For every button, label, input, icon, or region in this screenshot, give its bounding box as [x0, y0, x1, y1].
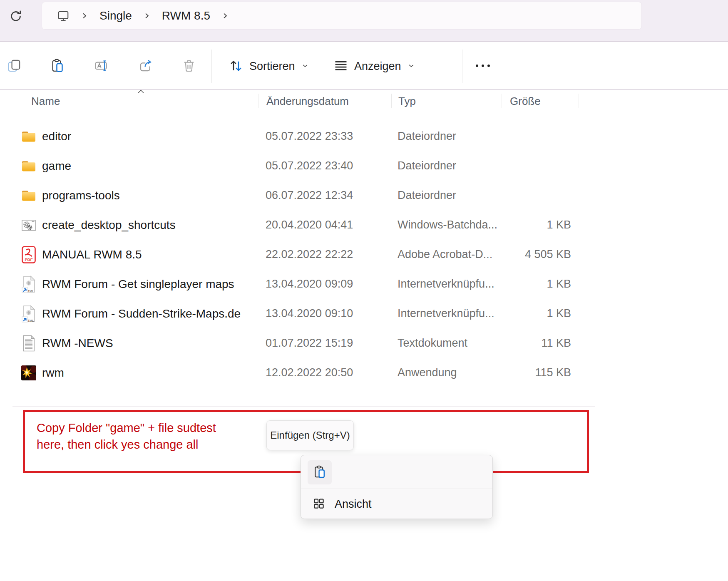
- file-row[interactable]: TML RWM Forum - Get singleplayer maps 13…: [0, 269, 728, 299]
- column-divider[interactable]: [391, 94, 392, 108]
- chevron-right-icon[interactable]: [143, 12, 151, 20]
- context-menu: Ansicht: [301, 455, 493, 519]
- column-header-size[interactable]: Größe: [510, 95, 541, 108]
- file-size: 115 KB: [502, 366, 571, 379]
- file-type: Internetverknüpfu...: [398, 278, 502, 290]
- file-row[interactable]: rwm 12.02.2022 20:50 Anwendung 115 KB: [0, 358, 728, 387]
- column-header-name[interactable]: Name: [31, 95, 60, 108]
- column-header-date[interactable]: Änderungsdatum: [266, 95, 349, 108]
- file-type: Windows-Batchda...: [398, 218, 502, 231]
- file-date: 13.04.2020 09:09: [266, 278, 398, 290]
- column-header-type[interactable]: Typ: [398, 95, 416, 108]
- batch-file-icon: [20, 218, 37, 232]
- file-row[interactable]: editor 05.07.2022 23:33 Dateiordner: [0, 122, 728, 151]
- ellipsis-icon: [474, 63, 492, 70]
- annotation-line-1: Copy Folder "game" + file sudtest: [37, 420, 216, 436]
- file-type: Textdokument: [398, 337, 502, 350]
- file-date: 05.07.2022 23:40: [266, 159, 398, 172]
- rename-button[interactable]: [90, 53, 113, 79]
- sort-button[interactable]: Sortieren: [228, 52, 310, 80]
- file-row[interactable]: game 05.07.2022 23:40 Dateiordner: [0, 151, 728, 181]
- file-row[interactable]: TML RWM Forum - Sudden-Strike-Maps.de 13…: [0, 299, 728, 328]
- file-date: 22.02.2022 22:22: [266, 248, 398, 261]
- file-size: 4 505 KB: [502, 248, 571, 261]
- folder-icon: [20, 189, 37, 202]
- toolbar-divider: [211, 50, 212, 83]
- view-button-label: Anzeigen: [354, 60, 401, 73]
- column-divider[interactable]: [579, 94, 579, 108]
- svg-text:PDF: PDF: [25, 257, 33, 262]
- file-date: 12.02.2022 20:50: [266, 366, 398, 379]
- internet-shortcut-icon: TML: [20, 305, 37, 323]
- context-menu-paste-button[interactable]: [308, 460, 332, 484]
- address-bar-area: Single RWM 8.5: [0, 0, 728, 42]
- grid-view-icon: [313, 497, 325, 511]
- copy-icon: [7, 58, 22, 74]
- file-name: RWM Forum - Get singleplayer maps: [42, 278, 234, 291]
- file-type: Adobe Acrobat-D...: [398, 248, 502, 261]
- column-divider[interactable]: [258, 94, 258, 108]
- file-row[interactable]: programs-tools 06.07.2022 12:34 Dateiord…: [0, 181, 728, 210]
- sort-ascending-icon: [137, 88, 144, 95]
- annotation-text: Copy Folder "game" + file sudtest here, …: [37, 420, 216, 453]
- refresh-button[interactable]: [7, 7, 25, 26]
- sort-icon: [228, 58, 244, 75]
- breadcrumb-item-single[interactable]: Single: [99, 9, 132, 22]
- paste-icon: [313, 465, 327, 480]
- this-pc-icon[interactable]: [57, 10, 70, 22]
- file-size: 11 KB: [502, 337, 571, 350]
- file-date: 20.04.2020 04:41: [266, 218, 398, 231]
- file-date: 06.07.2022 12:34: [266, 189, 398, 202]
- file-size: 1 KB: [502, 218, 571, 231]
- file-name: editor: [42, 130, 71, 143]
- pdf-icon: PDF: [20, 246, 37, 263]
- share-icon: [138, 58, 153, 74]
- share-button[interactable]: [134, 53, 157, 79]
- file-type: Dateiordner: [398, 159, 502, 172]
- file-name: RWM Forum - Sudden-Strike-Maps.de: [42, 307, 241, 320]
- file-name: RWM -NEWS: [42, 337, 113, 350]
- list-bottom-divider: [12, 406, 595, 407]
- file-name: game: [42, 159, 71, 173]
- context-menu-item-view-label: Ansicht: [335, 498, 372, 511]
- file-size: 1 KB: [502, 307, 571, 320]
- view-list-icon: [333, 58, 349, 75]
- sort-button-label: Sortieren: [249, 60, 295, 73]
- view-button[interactable]: Anzeigen: [333, 52, 416, 80]
- file-name: rwm: [42, 366, 64, 380]
- command-toolbar: Sortieren Anzeigen: [0, 43, 728, 90]
- chevron-right-icon[interactable]: [80, 12, 89, 20]
- svg-text:TML: TML: [28, 318, 34, 322]
- context-menu-item-view[interactable]: Ansicht: [301, 489, 492, 519]
- breadcrumb-item-rwm-85[interactable]: RWM 8.5: [162, 9, 210, 22]
- file-date: 13.04.2020 09:10: [266, 307, 398, 320]
- file-type: Dateiordner: [398, 130, 502, 143]
- svg-text:TML: TML: [28, 289, 34, 293]
- application-icon: [20, 365, 37, 380]
- rename-icon: [94, 58, 109, 74]
- delete-button[interactable]: [177, 53, 201, 79]
- paste-button[interactable]: [46, 53, 69, 79]
- internet-shortcut-icon: TML: [20, 276, 37, 293]
- column-header-row: Name Änderungsdatum Typ Größe: [0, 91, 728, 110]
- breadcrumb: Single RWM 8.5: [42, 2, 642, 30]
- paste-icon: [50, 58, 65, 74]
- refresh-icon: [9, 9, 23, 25]
- file-row[interactable]: PDF MANUAL RWM 8.5 22.02.2022 22:22 Adob…: [0, 240, 728, 269]
- copy-button[interactable]: [2, 53, 26, 79]
- file-list: editor 05.07.2022 23:33 Dateiordner game…: [0, 122, 728, 387]
- column-divider[interactable]: [502, 94, 502, 108]
- text-document-icon: [20, 335, 37, 352]
- folder-icon: [20, 130, 37, 143]
- file-row[interactable]: RWM -NEWS 01.07.2022 15:19 Textdokument …: [0, 328, 728, 358]
- annotation-line-2: here, then click yes change all: [37, 436, 216, 453]
- chevron-right-icon[interactable]: [221, 12, 229, 20]
- paste-tooltip-label: Einfügen (Strg+V): [270, 430, 350, 441]
- file-type: Anwendung: [398, 366, 502, 379]
- paste-tooltip: Einfügen (Strg+V): [266, 420, 354, 450]
- see-more-button[interactable]: [470, 53, 496, 79]
- trash-icon: [181, 58, 196, 74]
- file-row[interactable]: create_desktop_shortcuts 20.04.2020 04:4…: [0, 210, 728, 240]
- file-type: Dateiordner: [398, 189, 502, 202]
- chevron-down-icon: [407, 61, 416, 72]
